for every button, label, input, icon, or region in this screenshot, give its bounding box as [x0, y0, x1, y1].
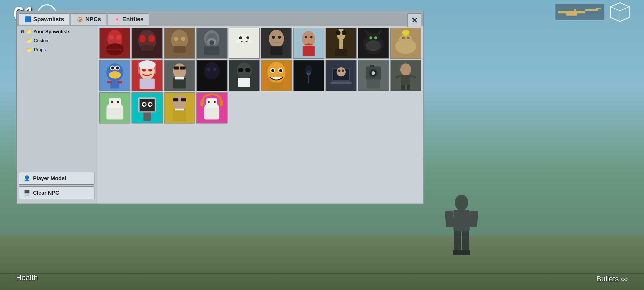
svg-rect-1 — [585, 9, 598, 11]
panel-body: ⊟ 📁 Your Spawnlists 📁 Custom 📁 Props 👤 P… — [17, 26, 423, 204]
grid-item-11[interactable] — [99, 60, 130, 91]
grid-item-18[interactable] — [325, 60, 357, 91]
grid-item-3[interactable] — [164, 28, 195, 59]
grid-item-2[interactable] — [131, 28, 163, 59]
svg-point-99 — [245, 68, 250, 73]
svg-point-147 — [149, 103, 152, 106]
sidebar-root-folder[interactable]: ⊟ 📁 Your Spawnlists — [19, 28, 94, 36]
sidebar-custom-folder[interactable]: 📁 Custom — [19, 37, 94, 45]
custom-folder-label: Custom — [34, 38, 50, 44]
svg-rect-171 — [462, 250, 470, 255]
svg-point-63 — [399, 34, 412, 45]
tab-spawnlists[interactable]: 🟦 Spawnlists — [19, 13, 70, 25]
svg-point-164 — [455, 195, 468, 211]
player-model-label: Player Model — [33, 175, 66, 182]
svg-point-73 — [116, 67, 119, 70]
svg-rect-77 — [118, 81, 122, 84]
grid-item-21[interactable] — [99, 92, 130, 124]
sidebar: ⊟ 📁 Your Spawnlists 📁 Custom 📁 Props 👤 P… — [17, 26, 97, 204]
svg-rect-110 — [308, 74, 309, 83]
svg-rect-169 — [462, 231, 469, 252]
svg-rect-125 — [370, 65, 374, 67]
svg-point-137 — [111, 101, 113, 103]
grid-item-24[interactable] — [196, 92, 227, 124]
main-panel: ✕ 🟦 Spawnlists 🐵 NPCs 🌸 Entities ⊟ 📁 You… — [16, 11, 424, 204]
grid-item-9[interactable] — [358, 28, 389, 59]
grid-item-5-inner — [229, 28, 259, 58]
player-model-button[interactable]: 👤 Player Model — [19, 172, 94, 185]
svg-rect-83 — [140, 79, 155, 89]
svg-point-98 — [238, 68, 243, 73]
grid-item-7-inner — [294, 28, 324, 58]
svg-rect-167 — [469, 211, 478, 227]
svg-rect-166 — [445, 211, 454, 227]
grid-item-23[interactable] — [164, 92, 195, 124]
weapon-svg — [558, 7, 601, 17]
grid-item-14[interactable] — [196, 60, 227, 91]
grid-item-15[interactable] — [229, 60, 260, 91]
grid-item-19-inner — [358, 60, 388, 90]
grid-item-12[interactable] — [131, 60, 163, 91]
svg-point-92 — [204, 62, 219, 80]
svg-rect-90 — [175, 77, 184, 79]
grid-item-21-inner — [100, 93, 130, 123]
svg-point-35 — [239, 36, 242, 39]
svg-point-106 — [279, 69, 282, 72]
clear-npc-icon: 🖥️ — [24, 190, 30, 196]
svg-rect-159 — [206, 98, 217, 108]
player-figure — [440, 193, 483, 269]
svg-point-66 — [402, 30, 409, 36]
grid-item-16[interactable] — [261, 60, 292, 91]
grid-item-13[interactable] — [164, 60, 195, 91]
clear-npc-button[interactable]: 🖥️ Clear NPC — [19, 186, 94, 199]
svg-rect-168 — [454, 231, 461, 252]
svg-point-64 — [402, 37, 405, 39]
grid-item-7[interactable] — [293, 28, 324, 59]
svg-rect-135 — [107, 108, 123, 119]
svg-point-127 — [400, 64, 411, 76]
svg-rect-170 — [453, 250, 462, 255]
grid-item-20[interactable] — [390, 60, 421, 91]
box-svg — [609, 1, 631, 23]
svg-rect-148 — [144, 112, 151, 121]
sidebar-buttons: 👤 Player Model 🖥️ Clear NPC — [19, 170, 94, 201]
grid-item-23-inner — [164, 93, 195, 123]
grid-item-4[interactable] — [196, 28, 227, 59]
grid-item-6[interactable] — [261, 28, 292, 59]
svg-rect-3 — [566, 13, 577, 16]
grid-item-5[interactable] — [229, 28, 260, 59]
hud-top-right — [555, 3, 631, 21]
grid-item-19[interactable] — [358, 60, 389, 91]
svg-rect-158 — [204, 108, 219, 119]
custom-folder-icon: 📁 — [26, 38, 32, 44]
svg-point-50 — [336, 30, 341, 35]
box-icon — [609, 3, 631, 21]
close-button[interactable]: ✕ — [407, 13, 421, 27]
npcs-tab-label: NPCs — [85, 16, 101, 23]
grid-item-22[interactable] — [131, 92, 163, 124]
grid-item-10[interactable] — [390, 28, 421, 59]
grid-item-8[interactable] — [325, 28, 357, 59]
hud-bottom: Health Bullets ∞ — [0, 273, 644, 285]
svg-rect-118 — [331, 82, 352, 84]
grid-item-22-inner — [132, 93, 162, 123]
svg-point-12 — [109, 35, 114, 40]
tab-entities[interactable]: 🌸 Entities — [108, 13, 149, 25]
svg-point-84 — [139, 60, 156, 70]
player-model-icon: 👤 — [24, 175, 30, 182]
tab-npcs[interactable]: 🐵 NPCs — [71, 13, 107, 25]
props-folder-label: Props — [34, 47, 46, 53]
svg-point-60 — [366, 40, 381, 51]
grid-item-17[interactable] — [293, 60, 324, 91]
content-area[interactable] — [97, 26, 423, 204]
svg-point-44 — [305, 36, 307, 38]
grid-item-1[interactable] — [99, 28, 130, 59]
svg-rect-153 — [181, 98, 186, 101]
sidebar-props-folder[interactable]: 📁 Props — [19, 46, 94, 54]
svg-point-74 — [109, 71, 121, 79]
svg-rect-155 — [175, 108, 184, 110]
bullets-label: Bullets — [596, 275, 619, 283]
grid-item-1-inner — [100, 28, 130, 58]
svg-point-123 — [372, 71, 375, 75]
svg-rect-136 — [109, 98, 121, 108]
